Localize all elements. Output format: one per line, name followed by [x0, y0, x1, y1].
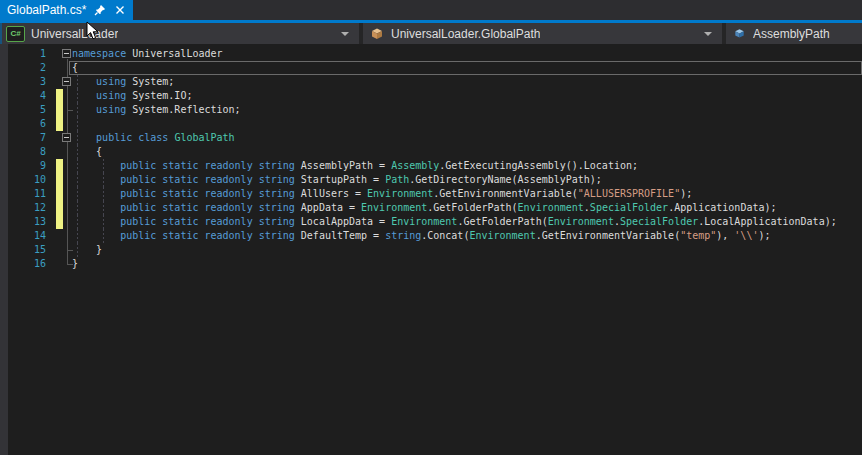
fold-collapse-button[interactable] — [62, 77, 71, 86]
type-token: SpecialFolder — [590, 202, 668, 213]
plain-token: AppData = — [295, 202, 361, 213]
minus-glyph — [64, 81, 69, 82]
code-text: } — [72, 257, 78, 271]
chevron-down-icon[interactable] — [704, 32, 712, 36]
current-line-highlight — [69, 61, 862, 75]
type-token: Environment — [361, 202, 427, 213]
code-text: public static readonly string AssemblyPa… — [72, 159, 638, 173]
keyword-token: string — [259, 216, 295, 227]
code-line[interactable]: 1namespace UniversalLoader — [0, 47, 862, 61]
tab-bar: GlobalPath.cs* — [0, 0, 862, 20]
code-line[interactable]: 3 using System; — [0, 75, 862, 89]
keyword-token: class — [138, 132, 168, 143]
plain-token: } — [72, 258, 78, 269]
type-dropdown[interactable]: UniversalLoader.GlobalPath — [363, 23, 722, 44]
keyword-token: string — [259, 202, 295, 213]
code-editor[interactable]: 1namespace UniversalLoader2{3 using Syst… — [0, 44, 862, 455]
type-token: Environment — [518, 202, 584, 213]
code-line[interactable]: 16} — [0, 257, 862, 271]
vs-editor-window: GlobalPath.cs* C# UniversalLoader — [0, 0, 862, 455]
plain-token: .Concat( — [421, 230, 469, 241]
change-tracking-bar — [56, 117, 63, 131]
line-number: 14 — [0, 229, 46, 243]
keyword-token: static — [162, 160, 198, 171]
keyword-token: public — [120, 188, 156, 199]
minus-glyph — [64, 137, 69, 138]
plain-token — [72, 202, 120, 213]
keyword-token: static — [162, 216, 198, 227]
change-tracking-bar — [56, 215, 63, 229]
code-line[interactable]: 10 public static readonly string Startup… — [0, 173, 862, 187]
code-rows: 1namespace UniversalLoader2{3 using Syst… — [0, 47, 862, 271]
type-token: Assembly — [391, 160, 439, 171]
code-line[interactable]: 11 public static readonly string AllUser… — [0, 187, 862, 201]
keyword-token: static — [162, 188, 198, 199]
keyword-token: using — [96, 90, 126, 101]
tab-globalpath[interactable]: GlobalPath.cs* — [0, 0, 133, 20]
navbar-focus-edge — [0, 23, 2, 44]
plain-token: .GetEnvironmentVariable( — [433, 188, 578, 199]
plain-token — [72, 160, 120, 171]
keyword-token: string — [385, 230, 421, 241]
plain-token — [72, 76, 96, 87]
line-number: 6 — [0, 117, 46, 131]
keyword-token: public — [120, 216, 156, 227]
fold-collapse-button[interactable] — [62, 133, 71, 142]
plain-token: .ApplicationData); — [668, 202, 776, 213]
minus-glyph — [64, 53, 69, 54]
keyword-token: public — [120, 230, 156, 241]
code-text: public class GlobalPath — [72, 131, 235, 145]
change-tracking-bar — [56, 103, 63, 117]
project-dropdown-label: UniversalLoader — [31, 27, 118, 41]
code-line[interactable]: 7 public class GlobalPath — [0, 131, 862, 145]
change-tracking-bar — [56, 89, 63, 103]
plain-token — [72, 90, 96, 101]
member-dropdown-label: AssemblyPath — [753, 27, 830, 41]
line-number: 4 — [0, 89, 46, 103]
code-line[interactable]: 6 — [0, 117, 862, 131]
line-number: 9 — [0, 159, 46, 173]
plain-token: } — [72, 244, 102, 255]
code-text: public static readonly string StartupPat… — [72, 173, 602, 187]
plain-token: DefaultTemp = — [295, 230, 385, 241]
class-icon — [369, 26, 385, 42]
plain-token: AllUsers = — [295, 188, 367, 199]
code-line[interactable]: 8 { — [0, 145, 862, 159]
plain-token: .GetDirectoryName(AssemblyPath); — [409, 174, 602, 185]
code-line[interactable]: 5 using System.Reflection; — [0, 103, 862, 117]
change-tracking-bar — [56, 173, 63, 187]
line-number: 1 — [0, 47, 46, 61]
plain-token — [72, 174, 120, 185]
code-line[interactable]: 4 using System.IO; — [0, 89, 862, 103]
indent-guide — [77, 117, 78, 131]
keyword-token: readonly — [204, 160, 252, 171]
plain-token — [72, 230, 120, 241]
code-line[interactable]: 13 public static readonly string LocalAp… — [0, 215, 862, 229]
code-line[interactable]: 2{ — [0, 61, 862, 75]
chevron-down-icon[interactable] — [341, 32, 349, 36]
code-line[interactable]: 15 } — [0, 243, 862, 257]
pin-icon[interactable] — [93, 4, 106, 17]
keyword-token: string — [259, 160, 295, 171]
code-text: } — [72, 243, 102, 257]
code-text: { — [72, 145, 102, 159]
fold-collapse-button[interactable] — [62, 49, 71, 58]
change-tracking-bar — [56, 201, 63, 215]
type-token: Environment — [469, 230, 535, 241]
code-text: public static readonly string DefaultTem… — [72, 229, 770, 243]
line-number: 7 — [0, 131, 46, 145]
code-line[interactable]: 14 public static readonly string Default… — [0, 229, 862, 243]
close-icon[interactable] — [113, 4, 126, 17]
plain-token: ), — [716, 230, 734, 241]
keyword-token: string — [259, 188, 295, 199]
project-dropdown[interactable]: C# UniversalLoader — [0, 23, 359, 44]
change-tracking-bar — [56, 159, 63, 173]
member-dropdown[interactable]: AssemblyPath — [726, 23, 862, 44]
keyword-token: public — [96, 132, 132, 143]
code-text: namespace UniversalLoader — [72, 47, 223, 61]
code-line[interactable]: 12 public static readonly string AppData… — [0, 201, 862, 215]
keyword-token: readonly — [204, 202, 252, 213]
plain-token: .LocalApplicationData); — [698, 216, 836, 227]
plain-token: LocalAppData = — [295, 216, 391, 227]
code-line[interactable]: 9 public static readonly string Assembly… — [0, 159, 862, 173]
